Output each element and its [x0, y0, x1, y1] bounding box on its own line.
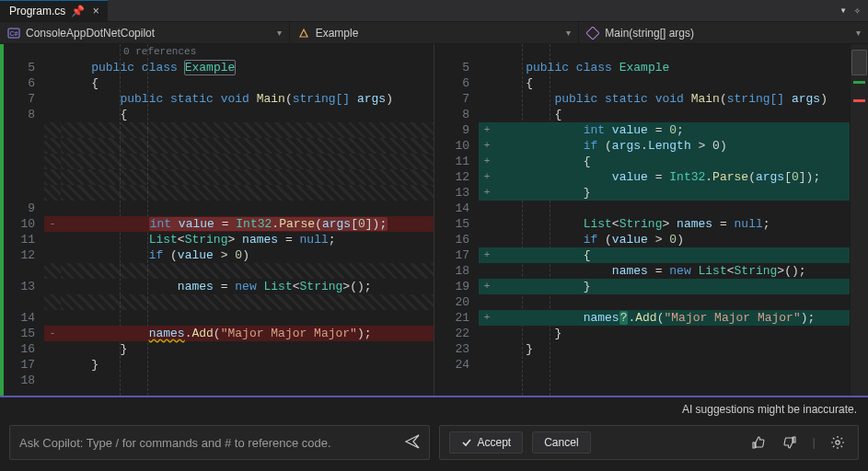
breadcrumb-method[interactable]: Main(string[] args) ▾ — [579, 22, 868, 43]
breadcrumb-class-label: Example — [316, 27, 558, 40]
accept-label: Accept — [478, 436, 512, 449]
csharp-project-icon: C# — [7, 27, 20, 40]
gear-icon[interactable] — [827, 431, 849, 454]
copilot-placeholder: Ask Copilot: Type / for commands and # t… — [19, 436, 331, 450]
preview-icon[interactable]: ✧ — [854, 4, 861, 17]
tab-row-actions: ▾ ✧ — [833, 4, 868, 17]
close-icon[interactable]: × — [89, 5, 102, 17]
window-dropdown-icon[interactable]: ▾ — [840, 4, 847, 17]
cancel-label: Cancel — [544, 436, 578, 449]
breadcrumb-project-label: ConsoleAppDotNetCopilot — [26, 27, 268, 40]
svg-text:C#: C# — [10, 30, 18, 37]
code-left[interactable]: 0 references 5 public class Example 6 { … — [0, 44, 434, 396]
send-icon[interactable] — [405, 434, 420, 452]
chevron-down-icon: ▾ — [856, 28, 861, 38]
document-tab-title: Program.cs — [9, 5, 65, 17]
copilot-panel: AI suggestions might be inaccurate. Ask … — [0, 396, 868, 471]
cancel-button[interactable]: Cancel — [532, 431, 590, 454]
scrollbar-thumb[interactable] — [851, 50, 867, 75]
breadcrumb-bar: C# ConsoleAppDotNetCopilot ▾ Example ▾ M… — [0, 22, 868, 44]
class-icon — [297, 27, 310, 40]
chevron-down-icon: ▾ — [566, 28, 571, 38]
overview-mark-add — [853, 81, 865, 84]
accept-button[interactable]: Accept — [449, 431, 524, 454]
diff-minus-icon: - — [44, 326, 61, 341]
overview-ruler[interactable] — [850, 44, 868, 396]
diff-view: 0 references 5 public class Example 6 { … — [0, 44, 868, 396]
method-icon — [586, 27, 599, 40]
copilot-disclaimer: AI suggestions might be inaccurate. — [0, 397, 868, 416]
breadcrumb-class[interactable]: Example ▾ — [290, 22, 580, 43]
diff-pane-right[interactable]: 5 public class Example 6 { 7 public stat… — [434, 44, 868, 396]
pin-icon[interactable]: 📌 — [71, 5, 84, 17]
overview-mark-error — [853, 99, 865, 102]
svg-point-3 — [836, 441, 839, 444]
thumbs-down-icon[interactable] — [779, 431, 801, 454]
diff-minus-icon: - — [44, 216, 61, 232]
breadcrumb-project[interactable]: C# ConsoleAppDotNetCopilot ▾ — [0, 22, 290, 43]
document-tab-program[interactable]: Program.cs 📌 × — [0, 0, 108, 21]
copilot-actions: Accept Cancel | — [439, 425, 860, 460]
document-tab-row: Program.cs 📌 × ▾ ✧ — [0, 0, 868, 22]
svg-rect-2 — [586, 27, 599, 40]
breadcrumb-method-label: Main(string[] args) — [605, 27, 847, 40]
code-right[interactable]: 5 public class Example 6 { 7 public stat… — [434, 44, 850, 396]
line-number: 5 — [0, 60, 44, 75]
chevron-down-icon: ▾ — [277, 28, 282, 38]
diff-plus-icon: + — [479, 122, 495, 138]
diff-pane-left[interactable]: 0 references 5 public class Example 6 { … — [0, 44, 434, 396]
thumbs-up-icon[interactable] — [747, 431, 770, 454]
codelens-references[interactable]: 0 references — [123, 46, 196, 57]
copilot-input[interactable]: Ask Copilot: Type / for commands and # t… — [9, 425, 430, 460]
